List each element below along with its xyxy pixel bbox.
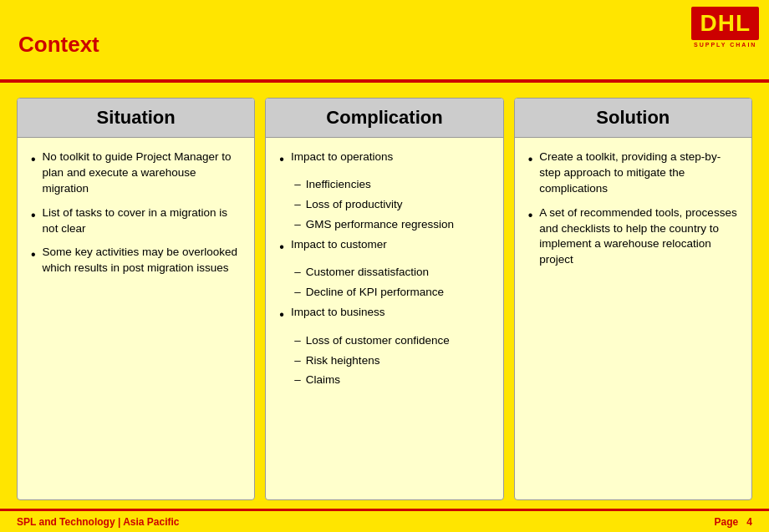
list-item: – Inefficiencies	[294, 177, 489, 193]
footer-left-text: SPL and Technology | Asia Pacific	[17, 516, 180, 528]
dhl-logo: DHL	[691, 7, 759, 40]
footer-page-number: 4	[746, 516, 752, 528]
header: Context DHL SUPPLY CHAIN	[0, 0, 769, 79]
list-item: – Loss of productivity	[294, 197, 489, 213]
bullet-icon: •	[528, 206, 533, 225]
complication-item-2: Impact to customer	[291, 237, 387, 253]
dash-icon: –	[294, 372, 301, 388]
logo-wrapper: DHL SUPPLY CHAIN	[691, 7, 759, 48]
complication-body: • Impact to operations – Inefficiencies …	[266, 138, 502, 499]
list-item: – Loss of customer confidence	[294, 333, 489, 349]
list-item: • Create a toolkit, providing a step-by-…	[528, 149, 738, 197]
list-item: • Impact to operations	[279, 149, 489, 169]
bullet-icon: •	[528, 150, 533, 169]
list-item: – GMS performance regression	[294, 217, 489, 233]
comp-sub-3-1: Loss of customer confidence	[306, 333, 450, 349]
dash-icon: –	[294, 197, 301, 213]
list-item: • List of tasks to cover in a migration …	[31, 205, 241, 237]
situation-header: Situation	[18, 99, 254, 138]
complication-item-3: Impact to business	[291, 305, 385, 321]
situation-body: • No toolkit to guide Project Manager to…	[18, 138, 254, 499]
situation-card: Situation • No toolkit to guide Project …	[17, 98, 255, 500]
page-title: Context	[18, 32, 99, 58]
solution-item-1: Create a toolkit, providing a step-by-st…	[539, 149, 738, 197]
solution-card: Solution • Create a toolkit, providing a…	[514, 98, 752, 500]
bullet-icon: •	[31, 150, 36, 169]
situation-item-3: Some key activities may be overlooked wh…	[43, 245, 242, 276]
list-item: • Some key activities may be overlooked …	[31, 245, 241, 276]
list-item: – Risk heightens	[294, 353, 489, 369]
comp-sub-2-2: Decline of KPI performance	[306, 285, 444, 301]
list-item: • Impact to customer	[279, 237, 489, 256]
bullet-icon: •	[279, 238, 284, 256]
solution-item-2: A set of recommended tools, processes an…	[539, 205, 738, 269]
dash-icon: –	[294, 353, 301, 369]
comp-sub-3-3: Claims	[306, 372, 340, 388]
list-item: – Customer dissatisfaction	[294, 265, 489, 281]
main-content: Situation • No toolkit to guide Project …	[0, 83, 769, 509]
comp-sub-1-1: Inefficiencies	[306, 177, 371, 193]
dash-icon: –	[294, 217, 301, 233]
dash-icon: –	[294, 177, 301, 193]
logo-subtitle: SUPPLY CHAIN	[694, 42, 756, 48]
comp-sub-1-3: GMS performance regression	[306, 217, 454, 233]
comp-sub-2-1: Customer dissatisfaction	[306, 265, 429, 281]
complication-card: Complication • Impact to operations – In…	[265, 98, 503, 500]
solution-body: • Create a toolkit, providing a step-by-…	[515, 138, 751, 499]
footer-page-info: Page 4	[715, 516, 752, 528]
list-item: • A set of recommended tools, processes …	[528, 205, 738, 269]
dash-icon: –	[294, 265, 301, 281]
comp-sub-1-2: Loss of productivity	[306, 197, 403, 213]
footer: SPL and Technology | Asia Pacific Page 4	[0, 509, 769, 532]
situation-item-1: No toolkit to guide Project Manager to p…	[43, 149, 242, 197]
list-item: – Claims	[294, 372, 489, 388]
footer-page-label: Page	[715, 516, 739, 528]
solution-header: Solution	[515, 99, 751, 138]
complication-header: Complication	[266, 99, 502, 138]
dash-icon: –	[294, 333, 301, 349]
list-item: • Impact to business	[279, 305, 489, 324]
complication-item-1: Impact to operations	[291, 149, 393, 165]
bullet-icon: •	[279, 306, 284, 324]
dash-icon: –	[294, 285, 301, 301]
list-item: – Decline of KPI performance	[294, 285, 489, 301]
bullet-icon: •	[279, 150, 284, 169]
bullet-icon: •	[31, 206, 36, 225]
situation-item-2: List of tasks to cover in a migration is…	[43, 205, 242, 237]
list-item: • No toolkit to guide Project Manager to…	[31, 149, 241, 197]
bullet-icon: •	[31, 246, 36, 264]
comp-sub-3-2: Risk heightens	[306, 353, 380, 369]
